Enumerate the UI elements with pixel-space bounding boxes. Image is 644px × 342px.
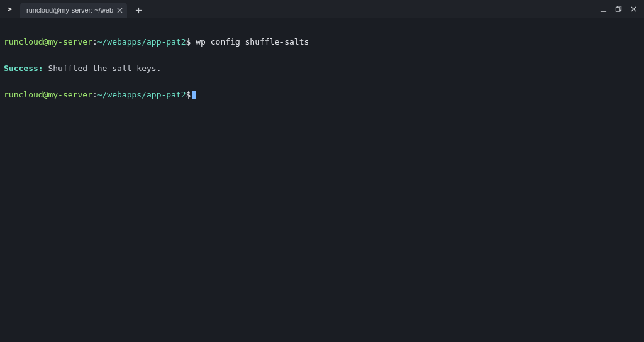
window-minimize-button[interactable] bbox=[596, 3, 610, 15]
prompt-path: ~/webapps/app-pat2 bbox=[97, 90, 186, 99]
tab-active[interactable]: runcloud@my-server: ~/webapps/a bbox=[20, 3, 127, 18]
success-message: Shuffled the salt keys. bbox=[43, 63, 162, 73]
svg-rect-5 bbox=[616, 7, 619, 11]
prompt-user-host: runcloud@my-server bbox=[4, 90, 92, 99]
terminal-line: Success: Shuffled the salt keys. bbox=[4, 64, 640, 73]
close-icon bbox=[630, 6, 637, 13]
window-close-button[interactable] bbox=[626, 3, 640, 15]
window-maximize-button[interactable] bbox=[611, 3, 625, 15]
prompt-sep: : bbox=[92, 37, 97, 47]
terminal-app-icon-glyph: >_ bbox=[8, 5, 14, 13]
terminal-line: runcloud@my-server:~/webapps/app-pat2$ w… bbox=[4, 38, 640, 47]
prompt-suffix: $ bbox=[186, 90, 191, 99]
cursor bbox=[192, 91, 196, 99]
prompt-user-host: runcloud@my-server bbox=[4, 37, 92, 47]
tab-title: runcloud@my-server: ~/webapps/a bbox=[26, 6, 113, 14]
plus-icon bbox=[135, 7, 142, 14]
new-tab-button[interactable] bbox=[131, 3, 146, 18]
terminal-app-icon: >_ bbox=[3, 0, 20, 18]
terminal-line: runcloud@my-server:~/webapps/app-pat2$ bbox=[4, 91, 640, 99]
minimize-icon bbox=[600, 6, 607, 13]
terminal-output[interactable]: runcloud@my-server:~/webapps/app-pat2$ w… bbox=[0, 18, 644, 111]
success-label: Success: bbox=[4, 63, 43, 73]
tab-close-button[interactable] bbox=[116, 6, 123, 14]
close-icon bbox=[117, 8, 123, 13]
prompt-sep: : bbox=[92, 90, 97, 99]
window-titlebar: >_ runcloud@my-server: ~/webapps/a bbox=[0, 0, 644, 18]
prompt-path: ~/webapps/app-pat2 bbox=[97, 37, 186, 47]
command-text: wp config shuffle-salts bbox=[196, 37, 309, 47]
window-controls bbox=[596, 3, 640, 15]
maximize-icon bbox=[615, 6, 622, 13]
